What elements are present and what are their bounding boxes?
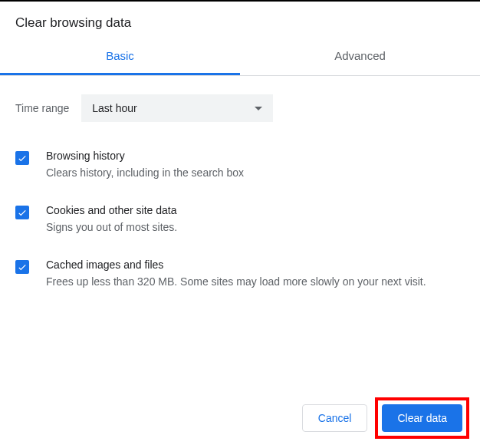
- tab-basic[interactable]: Basic: [0, 38, 240, 75]
- checkbox-cookies[interactable]: [15, 206, 29, 219]
- check-icon: [17, 153, 28, 163]
- option-cache-desc: Frees up less than 320 MB. Some sites ma…: [46, 274, 465, 290]
- option-cookies-title: Cookies and other site data: [46, 204, 465, 216]
- clear-data-button[interactable]: Clear data: [382, 404, 462, 432]
- option-history-title: Browsing history: [46, 150, 465, 162]
- time-range-value: Last hour: [92, 102, 136, 114]
- dialog-title: Clear browsing data: [0, 2, 480, 38]
- tab-advanced[interactable]: Advanced: [240, 38, 480, 75]
- tabs-bar: Basic Advanced: [0, 38, 480, 76]
- option-history-desc: Clears history, including in the search …: [46, 165, 465, 181]
- cancel-button[interactable]: Cancel: [302, 404, 368, 432]
- check-icon: [17, 262, 28, 272]
- chevron-down-icon: [255, 107, 262, 110]
- option-cache-title: Cached images and files: [46, 259, 465, 271]
- highlight-annotation: Clear data: [375, 397, 469, 439]
- time-range-label: Time range: [15, 102, 69, 114]
- option-cookies-desc: Signs you out of most sites.: [46, 219, 465, 236]
- checkbox-browsing-history[interactable]: [15, 151, 29, 165]
- check-icon: [17, 207, 28, 218]
- time-range-dropdown[interactable]: Last hour: [81, 94, 273, 122]
- checkbox-cache[interactable]: [15, 260, 29, 274]
